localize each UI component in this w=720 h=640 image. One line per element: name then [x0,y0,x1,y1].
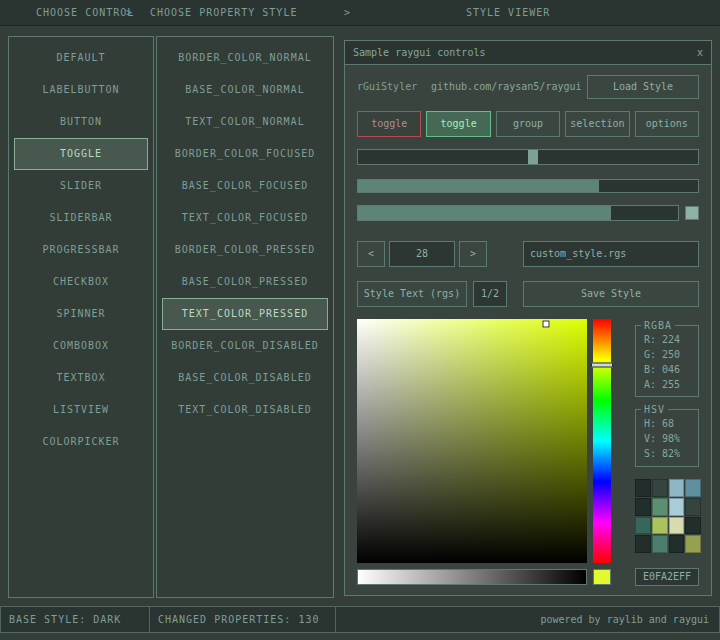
slider-handle[interactable] [528,150,538,164]
toggle-button[interactable]: group [496,111,560,137]
status-powered-by: powered by raylib and raygui [335,606,720,633]
property-list-item[interactable]: BORDER_COLOR_FOCUSED [162,138,328,170]
control-list-item[interactable]: COLORPICKER [14,426,148,458]
slider-control[interactable] [357,149,699,165]
color-picker-marker[interactable] [542,320,549,327]
window-titlebar[interactable]: Sample raygui controls x [345,41,711,65]
control-list-item[interactable]: PROGRESSBAR [14,234,148,266]
property-list-item[interactable]: BORDER_COLOR_PRESSED [162,234,328,266]
close-icon[interactable]: x [697,41,703,64]
property-list-item[interactable]: BASE_COLOR_FOCUSED [162,170,328,202]
property-list-item[interactable]: BORDER_COLOR_DISABLED [162,330,328,362]
hsv-line: S: 82% [636,446,698,461]
property-list-item[interactable]: TEXT_COLOR_NORMAL [162,106,328,138]
palette-swatch[interactable] [669,479,685,497]
control-list-item[interactable]: LABELBUTTON [14,74,148,106]
page-indicator[interactable]: 1/2 [473,281,507,307]
top-bar: CHOOSE CONTROL > CHOOSE PROPERTY STYLE >… [0,0,720,26]
property-list-item[interactable]: BASE_COLOR_DISABLED [162,362,328,394]
toggle-button[interactable]: toggle [426,111,490,137]
style-text-button[interactable]: Style Text (rgs) [357,281,467,307]
hsv-line: V: 98% [636,431,698,446]
toggle-group: toggletogglegroupselectionoptions [357,111,699,137]
palette-swatch[interactable] [669,535,685,553]
palette-swatch[interactable] [635,498,651,516]
rgba-line: B: 046 [636,362,698,377]
hsv-title: HSV [641,404,668,415]
chevron-right-icon: > [126,0,133,26]
app-name-label: rGuiStyler [357,75,417,99]
palette-swatch[interactable] [685,517,701,535]
slider-bar-fill [358,206,611,220]
spinner-decrement-button[interactable]: < [357,241,385,267]
control-list-item[interactable]: TEXTBOX [14,362,148,394]
current-color-swatch[interactable] [593,569,611,585]
palette-swatch[interactable] [685,498,701,516]
palette-swatch[interactable] [635,535,651,553]
rguistyler-app: CHOOSE CONTROL > CHOOSE PROPERTY STYLE >… [0,0,720,640]
filename-textbox[interactable]: custom_style.rgs [523,241,699,267]
hsv-groupbox: HSV H: 68V: 98%S: 82% [635,409,699,467]
toggle-button[interactable]: selection [565,111,629,137]
window-title: Sample raygui controls [353,41,485,64]
control-list-item[interactable]: SLIDER [14,170,148,202]
controls-list-panel: DEFAULTLABELBUTTONBUTTONTOGGLESLIDERSLID… [8,36,154,598]
palette-swatch[interactable] [669,517,685,535]
palette-swatch[interactable] [685,479,701,497]
palette-swatch[interactable] [652,479,668,497]
slider-bar-value-box[interactable] [685,206,699,220]
palette-swatch[interactable] [669,498,685,516]
progress-bar-fill [358,180,599,192]
control-list-item[interactable]: SPINNER [14,298,148,330]
hue-bar[interactable] [593,319,611,563]
rgba-groupbox: RGBA R: 224G: 250B: 046A: 255 [635,325,699,397]
toggle-button[interactable]: toggle [357,111,421,137]
rgba-line: G: 250 [636,347,698,362]
control-list-item[interactable]: TOGGLE [14,138,148,170]
rgba-values: R: 224G: 250B: 046A: 255 [636,332,698,392]
control-list-item[interactable]: COMBOBOX [14,330,148,362]
property-list-item[interactable]: TEXT_COLOR_FOCUSED [162,202,328,234]
property-list-item[interactable]: BASE_COLOR_PRESSED [162,266,328,298]
hex-value-textbox[interactable]: E0FA2EFF [635,568,699,586]
color-palette-grid [635,479,701,553]
palette-swatch[interactable] [685,535,701,553]
property-list-item[interactable]: BASE_COLOR_NORMAL [162,74,328,106]
breadcrumb-choose-control: CHOOSE CONTROL [36,0,134,26]
rgba-line: R: 224 [636,332,698,347]
palette-swatch[interactable] [635,517,651,535]
control-list-item[interactable]: SLIDERBAR [14,202,148,234]
control-list-item[interactable]: LISTVIEW [14,394,148,426]
property-list-item[interactable]: TEXT_COLOR_PRESSED [162,298,328,330]
property-list-item[interactable]: TEXT_COLOR_DISABLED [162,394,328,426]
properties-list-panel: BORDER_COLOR_NORMALBASE_COLOR_NORMALTEXT… [156,36,334,598]
spinner-value[interactable]: 28 [389,241,455,267]
style-viewer-window: Sample raygui controls x rGuiStyler gith… [344,40,712,596]
slider-bar-control[interactable] [357,205,679,221]
hue-bar-handle[interactable] [591,363,613,368]
property-list-item[interactable]: BORDER_COLOR_NORMAL [162,42,328,74]
control-list-item[interactable]: DEFAULT [14,42,148,74]
rgba-title: RGBA [641,320,675,331]
hsv-values: H: 68V: 98%S: 82% [636,416,698,461]
chevron-right-icon: > [344,0,351,26]
control-list-item[interactable]: CHECKBOX [14,266,148,298]
alpha-gradient-bar[interactable] [357,569,587,585]
palette-swatch[interactable] [652,535,668,553]
control-list-item[interactable]: BUTTON [14,106,148,138]
color-picker-panel[interactable] [357,319,587,563]
spinner-increment-button[interactable]: > [459,241,487,267]
status-changed-properties: CHANGED PROPERTIES: 130 [149,606,336,633]
palette-swatch[interactable] [652,498,668,516]
repo-link-label: github.com/raysan5/raygui [431,75,581,99]
rgba-line: A: 255 [636,377,698,392]
breadcrumb-choose-property-style: CHOOSE PROPERTY STYLE [150,0,297,26]
status-base-style: BASE STYLE: DARK [0,606,150,633]
save-style-button[interactable]: Save Style [523,281,699,307]
breadcrumb-style-viewer: STYLE VIEWER [466,0,550,26]
toggle-button[interactable]: options [635,111,699,137]
load-style-button[interactable]: Load Style [587,75,699,99]
palette-swatch[interactable] [652,517,668,535]
hsv-line: H: 68 [636,416,698,431]
palette-swatch[interactable] [635,479,651,497]
